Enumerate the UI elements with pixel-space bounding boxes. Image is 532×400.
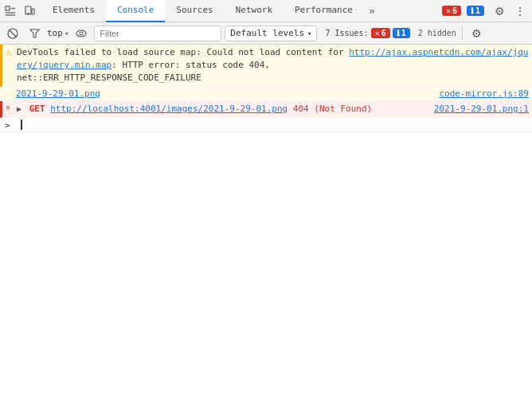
tab-console[interactable]: Console [106, 0, 165, 22]
error-url-link[interactable]: http://localhost:4001/images/2021-9-29-0… [50, 104, 288, 114]
svg-rect-0 [6, 6, 10, 10]
issues-section[interactable]: 7 Issues: ✕ 6 ℹ 1 [325, 28, 409, 38]
svg-rect-6 [32, 9, 34, 14]
level-dropdown-icon: ▾ [307, 29, 311, 37]
tab-network[interactable]: Network [225, 0, 284, 22]
warning-icon: ⚠ [6, 47, 11, 57]
source-link[interactable]: code-mirror.js:89 [439, 88, 529, 99]
tab-elements[interactable]: Elements [41, 0, 106, 22]
error-badge[interactable]: ✕ 6 [442, 6, 461, 16]
device-toolbar-button[interactable] [22, 4, 37, 18]
tab-icon-group [3, 4, 37, 18]
issues-warning-icon: ℹ [397, 29, 400, 37]
clear-console-button[interactable] [3, 25, 22, 41]
devtools-right-icons: ✕ 6 ℹ 1 ⚙ ⋮ [442, 2, 529, 20]
filename-link[interactable]: 2021-9-29-01.png [16, 88, 100, 99]
console-output: ⚠ DevTools failed to load source map: Co… [0, 45, 532, 400]
expand-caret-icon[interactable]: ▶ [17, 103, 22, 116]
more-options-button[interactable]: ⋮ [511, 2, 529, 20]
error-message: ▶ GET http://localhost:4001/images/2021-… [17, 103, 428, 116]
dropdown-arrow-icon: ▾ [65, 29, 68, 37]
error-icon: ✕ [446, 6, 451, 15]
tab-bar: Elements Console Sources Network Perform… [0, 0, 532, 22]
issues-warning-count: 1 [401, 29, 406, 37]
toolbar-divider [462, 27, 463, 40]
prompt-caret-icon: > [5, 120, 10, 132]
more-tabs-button[interactable]: » [364, 5, 380, 17]
issues-count-label: 7 Issues: [325, 29, 368, 37]
issues-warning-badge: ℹ 1 [393, 28, 410, 38]
devtools-warning-row: ⚠ DevTools failed to load source map: Co… [0, 45, 532, 87]
tab-performance[interactable]: Performance [284, 0, 364, 22]
error-source-link[interactable]: 2021-9-29-01.png:1 [434, 103, 529, 116]
inspect-element-button[interactable] [3, 4, 18, 18]
top-context-selector[interactable]: top ▾ [47, 28, 68, 38]
tab-sources[interactable]: Sources [165, 0, 224, 22]
console-input-cursor [21, 120, 28, 130]
level-label: Default levels [230, 28, 304, 38]
filter-input[interactable] [94, 25, 221, 41]
warning-message: DevTools failed to load source map: Coul… [17, 46, 529, 84]
svg-point-11 [80, 32, 83, 35]
console-toolbar: top ▾ Default levels ▾ 7 Issues: ✕ 6 ℹ 1… [0, 22, 532, 45]
svg-marker-9 [30, 29, 39, 37]
hidden-count-label[interactable]: 2 hidden [418, 29, 456, 37]
issues-error-icon: ✕ [375, 29, 380, 37]
eye-button[interactable] [72, 25, 91, 41]
settings-button[interactable]: ⚙ [491, 2, 508, 20]
filename-row: 2021-9-29-01.png code-mirror.js:89 [0, 87, 532, 101]
filter-input-toggle[interactable] [25, 25, 44, 41]
svg-line-8 [10, 30, 16, 37]
warning-icon: ℹ [471, 6, 474, 15]
warning-count: 1 [475, 6, 480, 15]
get-error-row: ✕ ▶ GET http://localhost:4001/images/202… [0, 101, 532, 118]
issues-error-badge: ✕ 6 [371, 28, 390, 38]
error-triangle-icon: ✕ [6, 104, 10, 112]
log-level-selector[interactable]: Default levels ▾ [225, 25, 317, 41]
error-count: 6 [452, 6, 457, 15]
issues-error-count: 6 [381, 29, 386, 37]
console-input-row[interactable]: > [0, 118, 532, 132]
console-settings-button[interactable]: ⚙ [468, 25, 486, 42]
top-label: top [47, 28, 63, 38]
svg-point-10 [76, 30, 86, 37]
warning-badge[interactable]: ℹ 1 [467, 6, 484, 16]
